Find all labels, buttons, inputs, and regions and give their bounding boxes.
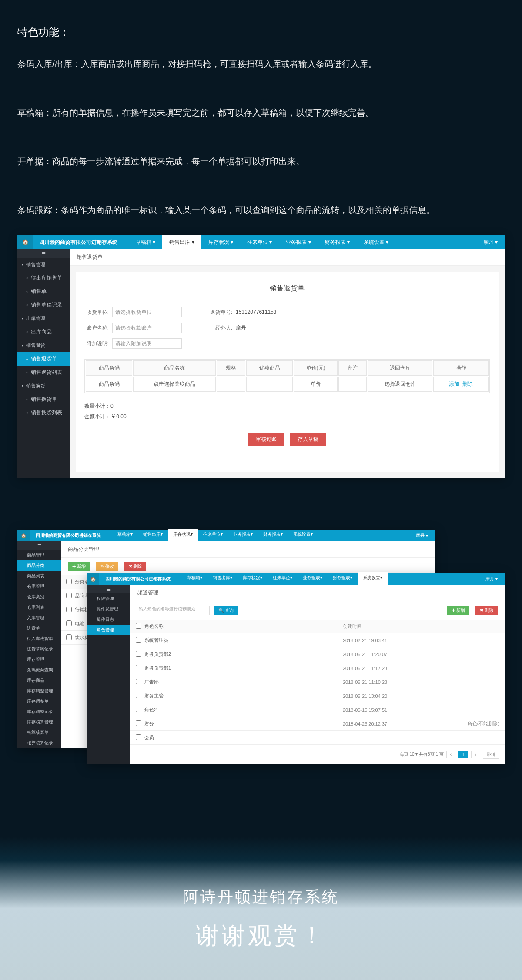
sidebar-item[interactable]: 操作员管理 [87, 604, 130, 614]
row-checkbox[interactable] [66, 634, 72, 640]
add-button[interactable]: ✚ 新增 [68, 562, 90, 571]
user-menu[interactable]: 摩丹 ▾ [409, 533, 435, 539]
sidebar-item[interactable]: 销售退货列表 [17, 366, 70, 379]
sidebar-item[interactable]: 入库管理 [17, 613, 61, 623]
checkbox-all[interactable] [136, 623, 141, 629]
sidebar-group[interactable]: 销售换货 [17, 379, 70, 393]
home-icon[interactable]: 🏠 [17, 235, 33, 249]
row-checkbox[interactable] [136, 665, 141, 670]
sidebar-item[interactable]: 库存管理 [17, 654, 61, 665]
nav-tab-active[interactable]: 销售出库 ▾ [162, 235, 201, 249]
del-button[interactable]: ✖ 删除 [475, 606, 498, 615]
nav-tab[interactable]: 销售出库▾ [207, 572, 238, 586]
table-row[interactable]: 财务负责部12018-06-21 11:17:23 [130, 661, 505, 675]
search-input[interactable]: 输入角色的名称进行模糊搜索 [136, 606, 210, 615]
search-button[interactable]: 🔍 查询 [214, 606, 238, 615]
home-icon[interactable]: 🏠 [87, 573, 99, 585]
note-input[interactable]: 请输入附加说明 [112, 338, 182, 349]
sidebar-item[interactable]: 库存调整单 [17, 696, 61, 707]
nav-tab[interactable]: 往来单位▾ [198, 529, 228, 543]
nav-tab[interactable]: 业务报表▾ [298, 572, 328, 586]
sidebar-item[interactable]: 商品管理 [17, 550, 61, 560]
sidebar-item[interactable]: 商品列表 [17, 571, 61, 581]
sidebar-item[interactable]: 仓库类别 [17, 592, 61, 602]
table-row[interactable]: 财务2018-04-26 20:12:37角色(不能删除) [130, 717, 505, 731]
sidebar-item[interactable]: 角色管理 [87, 625, 130, 635]
sidebar-item[interactable]: 库存核算管理 [17, 717, 61, 727]
sidebar-item[interactable]: 仓库列表 [17, 602, 61, 613]
sidebar-item[interactable]: 待出库销售单 [17, 271, 70, 285]
nav-tab[interactable]: 业务报表 ▾ [279, 235, 318, 249]
submit-button[interactable]: 审核过账 [248, 433, 284, 446]
row-add-link[interactable]: 添加 [449, 381, 459, 387]
table-row[interactable]: 会员 [130, 731, 505, 745]
table-row[interactable]: 广告部2018-06-21 11:10:28 [130, 675, 505, 689]
nav-tab[interactable]: 财务报表▾ [258, 529, 288, 543]
sidebar-item[interactable]: 操作日志 [87, 614, 130, 625]
nav-tab[interactable]: 库存状况▾ [238, 572, 268, 586]
nav-tab-active[interactable]: 系统设置▾ [358, 572, 388, 586]
sidebar-group[interactable]: 出库管理 [17, 312, 70, 325]
nav-tab[interactable]: 业务报表▾ [228, 529, 258, 543]
row-checkbox[interactable] [136, 734, 141, 740]
nav-tab[interactable]: 财务报表 ▾ [318, 235, 357, 249]
user-menu[interactable]: 摩丹 ▾ [476, 239, 505, 246]
sidebar-group[interactable]: 销售退货 [17, 339, 70, 352]
row-del-link[interactable]: 删除 [462, 381, 473, 387]
sidebar-item[interactable]: 销售换货列表 [17, 406, 70, 420]
cell-warehouse-select[interactable]: 选择退回仓库 [368, 377, 432, 392]
pager-next[interactable]: › [471, 751, 480, 758]
nav-tab[interactable]: 系统设置 ▾ [357, 235, 395, 249]
nav-tab[interactable]: 销售出库▾ [138, 529, 168, 543]
nav-tab[interactable]: 财务报表▾ [328, 572, 358, 586]
row-checkbox[interactable] [66, 620, 72, 626]
pager-page[interactable]: 1 [458, 751, 468, 758]
sidebar-item[interactable]: 销售换货单 [17, 393, 70, 406]
sidebar-item[interactable]: 进货单 [17, 623, 61, 633]
nav-tab[interactable]: 往来单位 ▾ [240, 235, 279, 249]
sidebar-item[interactable]: 仓库管理 [17, 581, 61, 592]
sidebar-item-active[interactable]: 销售退货单 [17, 352, 70, 366]
sidebar-item[interactable]: 条码流向查询 [17, 665, 61, 675]
sidebar-item[interactable]: 库存调整记录 [17, 707, 61, 717]
table-row[interactable]: 财务负责部22018-06-21 11:20:07 [130, 647, 505, 661]
account-select[interactable]: 请选择收款账户 [112, 323, 182, 333]
sidebar-item[interactable]: 库存商品 [17, 675, 61, 686]
home-icon[interactable]: 🏠 [17, 530, 30, 541]
sidebar-item[interactable]: 出库商品 [17, 325, 70, 339]
row-checkbox[interactable] [136, 679, 141, 684]
draft-button[interactable]: 存入草稿 [290, 433, 326, 446]
pager-go[interactable]: 跳转 [483, 750, 499, 759]
sidebar-item[interactable]: 销售草稿记录 [17, 298, 70, 312]
sidebar-item[interactable]: 库存调整管理 [17, 686, 61, 696]
row-checkbox[interactable] [66, 593, 72, 598]
nav-tab-active[interactable]: 库存状况▾ [168, 529, 198, 543]
table-row[interactable]: 系统管理员2018-02-21 19:03:41 [130, 633, 505, 647]
row-checkbox[interactable] [136, 637, 141, 643]
nav-tab[interactable]: 草稿箱 ▾ [129, 235, 162, 249]
sidebar-item[interactable]: 核算核算单 [17, 727, 61, 738]
nav-tab[interactable]: 系统设置▾ [288, 529, 318, 543]
cell-product-select[interactable]: 点击选择关联商品 [133, 377, 216, 392]
checkbox-all[interactable] [66, 579, 72, 584]
row-checkbox[interactable] [136, 707, 141, 712]
nav-tab[interactable]: 库存状况 ▾ [201, 235, 240, 249]
sidebar-item[interactable]: 待入库进货单 [17, 633, 61, 644]
nav-tab[interactable]: 往来单位▾ [268, 572, 298, 586]
sidebar-item[interactable]: 权限管理 [87, 593, 130, 604]
row-checkbox[interactable] [136, 720, 141, 726]
cell-price[interactable]: 单价 [294, 377, 337, 392]
table-row[interactable]: 角色22018-06-15 15:07:51 [130, 703, 505, 717]
del-button[interactable]: ✖ 删除 [124, 562, 147, 571]
nav-tab[interactable]: 草稿箱▾ [112, 529, 138, 543]
cell-barcode[interactable]: 商品条码 [86, 377, 132, 392]
user-menu[interactable]: 摩丹 ▾ [478, 576, 505, 582]
add-button[interactable]: ✚ 新增 [447, 606, 469, 615]
row-checkbox[interactable] [136, 651, 141, 657]
sidebar-item[interactable]: 商品分类 [17, 560, 61, 571]
row-checkbox[interactable] [136, 693, 141, 698]
sidebar-item[interactable]: 进货草稿记录 [17, 644, 61, 654]
sidebar-item[interactable]: 销售单 [17, 285, 70, 298]
sidebar-group[interactable]: 销售管理 [17, 258, 70, 271]
receiver-select[interactable]: 请选择收货单位 [112, 307, 182, 317]
